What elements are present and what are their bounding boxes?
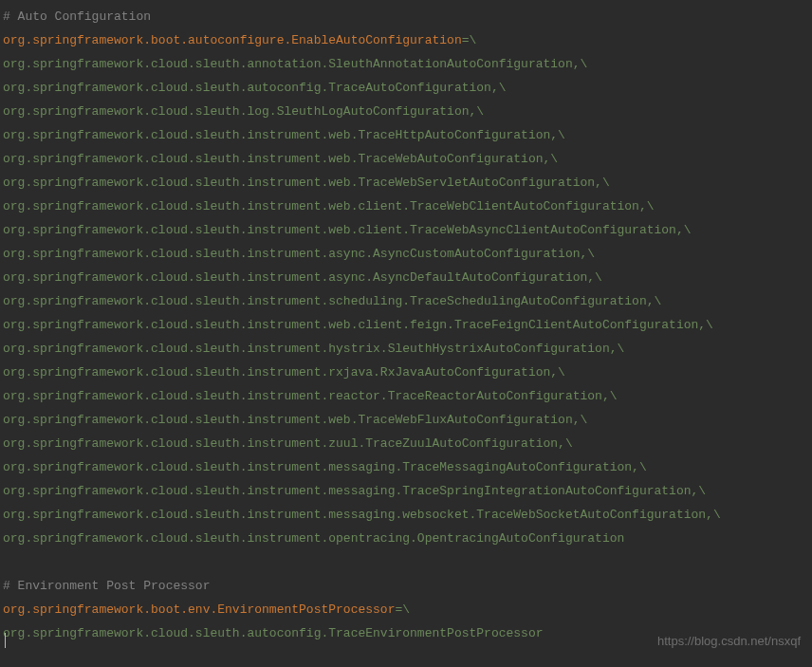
property-value: org.springframework.cloud.sleuth.instrum… [3,508,721,522]
property-value: org.springframework.cloud.sleuth.instrum… [3,436,573,451]
code-line: org.springframework.cloud.sleuth.instrum… [3,503,809,527]
property-value: org.springframework.cloud.sleuth.instrum… [3,270,602,285]
code-line: org.springframework.cloud.sleuth.instrum… [3,289,809,313]
code-line: # Auto Configuration [3,5,809,28]
code-line: org.springframework.cloud.sleuth.autocon… [3,76,809,100]
property-value: org.springframework.cloud.sleuth.instrum… [3,199,655,213]
code-line: org.springframework.cloud.sleuth.instrum… [3,479,809,503]
property-value: org.springframework.cloud.sleuth.instrum… [3,318,713,332]
code-line: org.springframework.cloud.sleuth.instrum… [3,455,809,479]
code-line: org.springframework.cloud.sleuth.instrum… [3,527,809,550]
code-line: org.springframework.cloud.sleuth.instrum… [3,432,809,455]
code-line: org.springframework.boot.env.Environment… [3,598,809,621]
property-value: org.springframework.cloud.sleuth.instrum… [3,413,587,427]
code-line: org.springframework.cloud.sleuth.instrum… [3,384,809,408]
code-line: org.springframework.cloud.sleuth.instrum… [3,313,809,337]
comment-text: # Auto Configuration [3,9,151,24]
code-line: org.springframework.cloud.sleuth.instrum… [3,218,809,242]
property-value: org.springframework.cloud.sleuth.instrum… [3,152,558,166]
code-line: org.springframework.cloud.sleuth.log.Sle… [3,100,809,123]
text-cursor [5,633,6,648]
property-value: org.springframework.cloud.sleuth.instrum… [3,176,610,190]
code-line: org.springframework.cloud.sleuth.instrum… [3,337,809,361]
code-line: org.springframework.cloud.sleuth.instrum… [3,266,809,289]
code-line: org.springframework.cloud.sleuth.instrum… [3,123,809,147]
property-value: org.springframework.cloud.sleuth.autocon… [3,626,544,640]
property-value: org.springframework.cloud.sleuth.instrum… [3,128,565,142]
property-value: org.springframework.cloud.sleuth.log.Sle… [3,104,484,119]
property-value: org.springframework.cloud.sleuth.instrum… [3,223,692,237]
code-line: org.springframework.cloud.sleuth.instrum… [3,195,809,218]
code-line: # Environment Post Processor [3,574,809,598]
code-viewer: # Auto Configurationorg.springframework.… [3,5,809,645]
code-line: org.springframework.cloud.sleuth.annotat… [3,52,809,76]
equals-continuation: =\ [462,33,477,47]
property-value: org.springframework.cloud.sleuth.autocon… [3,81,507,95]
property-value: org.springframework.cloud.sleuth.instrum… [3,342,624,356]
watermark-text: https://blog.csdn.net/nsxqf [657,629,801,653]
property-value: org.springframework.cloud.sleuth.instrum… [3,365,565,380]
property-value: org.springframework.cloud.sleuth.instrum… [3,531,624,546]
property-key: org.springframework.boot.env.Environment… [3,602,395,617]
property-key: org.springframework.boot.autoconfigure.E… [3,33,462,47]
equals-continuation: =\ [395,602,410,617]
code-line: org.springframework.cloud.sleuth.instrum… [3,171,809,195]
property-value: org.springframework.cloud.sleuth.annotat… [3,57,587,71]
property-value: org.springframework.cloud.sleuth.instrum… [3,247,595,261]
code-line [3,550,809,574]
property-value: org.springframework.cloud.sleuth.instrum… [3,389,618,403]
comment-text: # Environment Post Processor [3,579,210,593]
code-line: org.springframework.cloud.sleuth.instrum… [3,147,809,171]
property-value: org.springframework.cloud.sleuth.instrum… [3,484,706,498]
code-line: org.springframework.cloud.sleuth.instrum… [3,242,809,266]
code-line: org.springframework.boot.autoconfigure.E… [3,28,809,52]
property-value: org.springframework.cloud.sleuth.instrum… [3,294,661,308]
code-line: org.springframework.cloud.sleuth.instrum… [3,361,809,384]
code-line: org.springframework.cloud.sleuth.instrum… [3,408,809,432]
property-value: org.springframework.cloud.sleuth.instrum… [3,460,647,474]
